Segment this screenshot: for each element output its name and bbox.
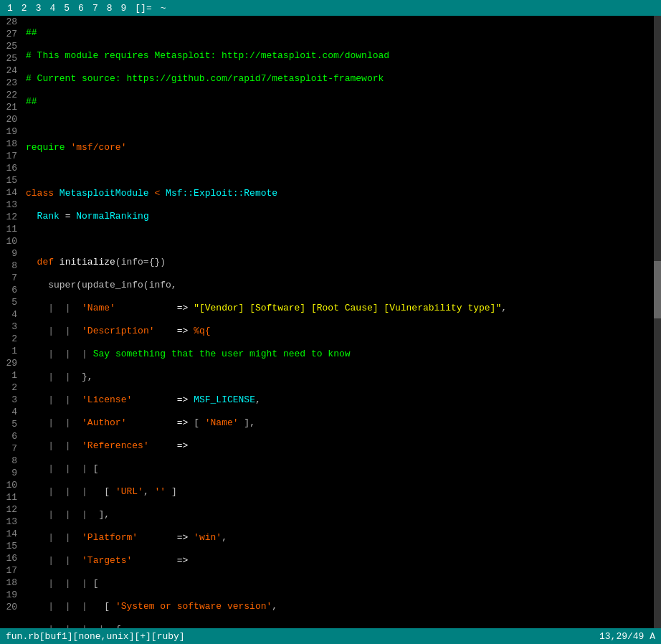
- tab-bar: 1 2 3 4 5 6 7 8 9 []= ~: [0, 0, 661, 16]
- tab-item[interactable]: 1: [4, 3, 16, 14]
- editor-area: 28 27 25 25 24 23 22 21 20 19 18 17 16 1…: [0, 16, 661, 628]
- tab-item[interactable]: 5: [61, 3, 72, 14]
- line-numbers: 28 27 25 25 24 23 22 21 20 19 18 17 16 1…: [0, 16, 23, 628]
- tab-item[interactable]: 8: [104, 3, 115, 14]
- tab-item[interactable]: 9: [118, 3, 130, 14]
- tab-item[interactable]: 7: [90, 3, 101, 14]
- code-content[interactable]: ## # This module requires Metasploit: ht…: [23, 16, 654, 628]
- tab-item[interactable]: 2: [19, 3, 30, 14]
- scrollbar-thumb[interactable]: [654, 261, 661, 318]
- tab-item[interactable]: []=: [132, 3, 154, 14]
- tab-item[interactable]: 4: [47, 3, 58, 14]
- status-bar: fun.rb[buf1][none,unix][+][ruby] 13,29/4…: [0, 628, 661, 644]
- status-left: fun.rb[buf1][none,unix][+][ruby]: [6, 631, 185, 642]
- tab-item[interactable]: ~: [158, 3, 169, 14]
- status-right: 13,29/49 A: [599, 631, 655, 642]
- tab-item[interactable]: 3: [33, 3, 44, 14]
- scrollbar[interactable]: [654, 16, 661, 628]
- tab-item[interactable]: 6: [75, 3, 87, 14]
